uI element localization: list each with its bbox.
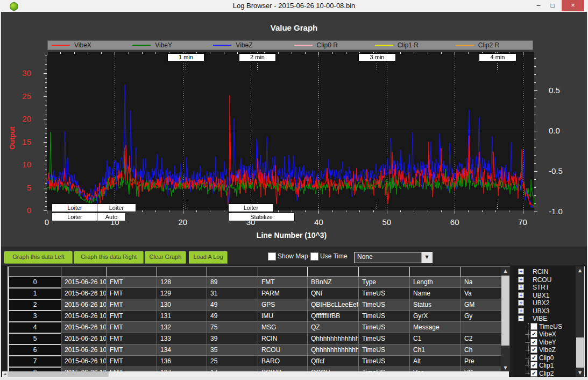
close-button[interactable]: ×	[562, 0, 584, 11]
tree-item-clip1[interactable]: ✔Clip1	[514, 362, 576, 369]
y-left-tick-label: 30	[9, 68, 31, 78]
expand-icon[interactable]: +	[518, 308, 524, 314]
scroll-down-icon[interactable]: ▼	[501, 364, 510, 372]
tree-group-strt[interactable]: +STRT	[514, 284, 576, 291]
table-cell: 132	[157, 322, 207, 333]
tree-item-timeus[interactable]: TimeUS	[514, 323, 576, 330]
tree-group-label: UBX2	[533, 299, 549, 307]
checked-checkbox[interactable]: ✔	[530, 354, 537, 361]
tree-group-label: STRT	[533, 284, 549, 291]
checked-checkbox[interactable]: ✔	[530, 339, 537, 346]
legend-item-vibex: VibeX	[48, 41, 129, 50]
collapse-icon[interactable]: −	[518, 315, 524, 321]
scroll-left-icon[interactable]: ◄	[2, 371, 8, 377]
table-cell: BARO	[258, 356, 308, 367]
table-cell: 25	[207, 356, 258, 367]
table-horizontal-scrollbar[interactable]: ◄	[2, 371, 509, 377]
table-cell: QNf	[308, 288, 359, 299]
hscroll-thumb[interactable]	[8, 371, 109, 377]
table-cell: 35	[207, 344, 258, 356]
expand-icon[interactable]: +	[518, 300, 524, 306]
table-cell: TimeUS	[359, 344, 410, 356]
table-cell: Name	[410, 288, 461, 299]
show-map-checkbox[interactable]	[268, 252, 276, 261]
table-vertical-scrollbar[interactable]: ▲ ▼	[501, 267, 510, 372]
table-row[interactable]: 62015-06-26 10:0...FMT13435RCOUQhhhhhhhh…	[9, 344, 510, 356]
legend-label: VibeZ	[236, 41, 252, 49]
table-header-cell	[308, 267, 359, 277]
table-row[interactable]: 42015-06-26 10:0...FMT13275MSGQZTimeUSMe…	[9, 322, 510, 333]
legend-item-clip0-r: Clip0 R	[291, 41, 371, 50]
expand-icon[interactable]: +	[518, 269, 524, 275]
tree-item-clip2[interactable]: ✔Clip2	[514, 370, 576, 377]
tree-group-label: UBX1	[533, 292, 549, 299]
tree-item-vibey[interactable]: ✔VibeY	[514, 339, 576, 346]
tree-connector	[525, 365, 530, 366]
table-cell: TimeUS	[359, 322, 410, 333]
table-cell: TimeUS	[359, 333, 410, 344]
table-cell: 128	[157, 277, 207, 288]
tree-item-label: VibeZ	[539, 346, 556, 354]
table-cell: Message	[410, 322, 461, 333]
chart-legend: VibeXVibeYVibeZClip0 RClip1 RClip2 R	[47, 40, 533, 50]
scroll-down-icon[interactable]: ▼	[576, 369, 584, 377]
chevron-down-icon[interactable]: ▼	[421, 252, 432, 263]
tree-group-ubx1[interactable]: +UBX1	[514, 292, 576, 299]
table-cell: TimeUS	[359, 288, 410, 299]
table-cell: QBIHBcLLeeEef	[308, 299, 359, 311]
tree-scroll-thumb[interactable]	[576, 337, 584, 368]
checked-checkbox[interactable]: ✔	[530, 362, 537, 369]
tree-item-vibex[interactable]: ✔VibeX	[514, 330, 576, 338]
vibration-plot-canvas[interactable]	[39, 50, 542, 217]
table-row[interactable]: 32015-06-26 10:0...FMT13149IMUQffffffIIf…	[9, 311, 510, 322]
load-log-button[interactable]: Load A Log	[189, 251, 228, 264]
table-row[interactable]: 22015-06-26 10:0...FMT13049GPSQBIHBcLLee…	[9, 299, 510, 311]
tree-vertical-scrollbar[interactable]: ▲ ▼	[576, 266, 584, 377]
tree-group-vibe[interactable]: −VIBE	[514, 315, 576, 322]
table-scroll-thumb[interactable]	[501, 276, 509, 346]
table-row[interactable]: 72015-06-26 10:0...FMT13625BAROQffcfTime…	[9, 356, 510, 367]
maximize-button[interactable]: □	[546, 0, 559, 11]
title-bar: Log Browser - 2015-06-26 10-00-08.bin – …	[0, 0, 588, 12]
tree-item-label: Clip0	[539, 354, 554, 362]
tree-group-ubx2[interactable]: +UBX2	[514, 299, 576, 307]
tree-group-ubx3[interactable]: +UBX3	[514, 307, 576, 315]
minimize-button[interactable]: –	[532, 0, 546, 11]
dropdown-value: None	[355, 252, 421, 263]
scroll-up-icon[interactable]: ▲	[501, 267, 510, 275]
scroll-up-icon[interactable]: ▲	[576, 266, 584, 275]
checked-checkbox[interactable]: ✔	[530, 330, 537, 337]
checked-checkbox[interactable]: ✔	[530, 370, 537, 377]
clear-graph-button[interactable]: Clear Graph	[145, 251, 186, 264]
graph-right-button[interactable]: Graph this data Right	[74, 251, 144, 264]
log-browser-window: Log Browser - 2015-06-26 10-00-08.bin – …	[0, 0, 588, 380]
expand-icon[interactable]: +	[518, 292, 524, 298]
mode-dropdown[interactable]: None ▼	[354, 252, 433, 263]
legend-label: Clip2 R	[478, 41, 499, 49]
row-index-cell: 1	[9, 288, 61, 299]
table-cell: Ch1	[410, 344, 461, 356]
table-row[interactable]: 52015-06-26 10:0...FMT13339RCINQhhhhhhhh…	[9, 333, 510, 344]
unchecked-checkbox[interactable]	[530, 323, 537, 330]
tree-group-rcou[interactable]: +RCOU	[514, 276, 576, 284]
tree-item-clip0[interactable]: ✔Clip0	[514, 354, 576, 362]
use-time-checkbox[interactable]	[310, 252, 318, 261]
tree-connector	[525, 358, 530, 358]
x-tick-label: 70	[512, 217, 534, 227]
tree-group-label: UBX3	[533, 307, 549, 315]
table-row[interactable]: 02015-06-26 10:0...FMT12889FMTBBnNZTypeL…	[9, 277, 510, 288]
table-cell: 2015-06-26 10:0...	[61, 322, 107, 333]
table-cell: 31	[207, 288, 258, 299]
tree-group-rcin[interactable]: +RCIN	[514, 268, 576, 276]
table-cell: 134	[157, 344, 207, 356]
tree-item-vibez[interactable]: ✔VibeZ	[514, 346, 576, 354]
table-cell: 129	[157, 288, 207, 299]
table-header-cell	[207, 267, 258, 277]
expand-icon[interactable]: +	[518, 277, 524, 283]
expand-icon[interactable]: +	[518, 284, 524, 290]
checked-checkbox[interactable]: ✔	[530, 346, 537, 353]
table-cell: 89	[207, 277, 258, 288]
graph-left-button[interactable]: Graph this data Left	[4, 251, 73, 264]
table-row[interactable]: 12015-06-26 10:0...FMT12931PARMQNfTimeUS…	[9, 288, 510, 299]
table-cell: FMT	[107, 344, 157, 356]
